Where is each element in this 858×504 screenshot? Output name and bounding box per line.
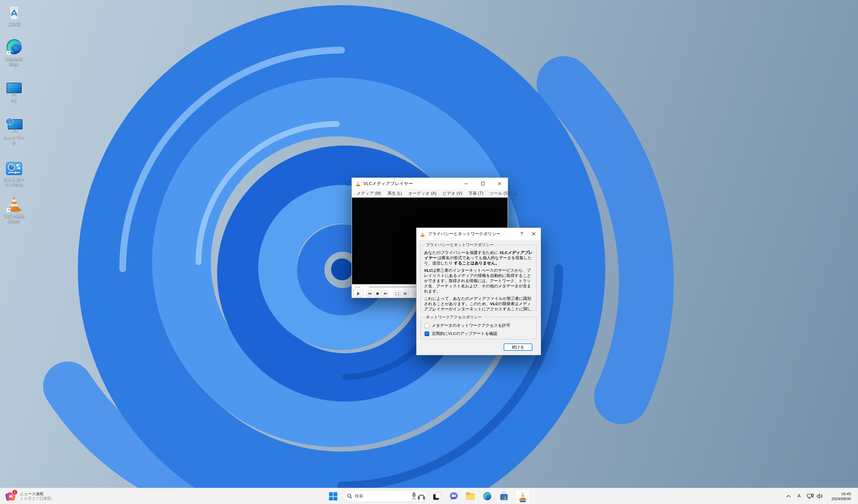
search-highlight-image[interactable]	[409, 491, 425, 501]
vlc-icon	[5, 195, 23, 212]
widget-headline: ニュース速報	[20, 491, 53, 496]
task-view-icon	[433, 492, 442, 501]
desktop-icon-label: ネットワーク	[2, 135, 26, 145]
taskbar: 1 ニュース速報 １０月２７日衆院..	[0, 488, 858, 504]
clock-button[interactable]: 16:45 2024/09/30	[827, 490, 855, 502]
vlc-cone-icon	[518, 491, 527, 501]
close-icon[interactable]	[491, 178, 508, 189]
desktop-icon-label: Microsoft Edge	[2, 56, 26, 67]
recycle-bin-icon	[7, 3, 21, 20]
maximize-icon[interactable]	[474, 178, 491, 189]
search-icon	[347, 493, 352, 499]
desktop-icon-label: ごみ箱	[2, 22, 26, 27]
speaker-icon	[816, 493, 823, 499]
previous-button[interactable]	[366, 290, 373, 297]
menu-overflow-chevron[interactable]: »	[512, 191, 518, 196]
widget-subline: １０月２７日衆院..	[20, 496, 53, 501]
metadata-access-row: メタデータのネットワークアクセスを許可	[425, 323, 533, 328]
vlc-cone-icon	[420, 231, 425, 237]
metadata-access-label: メタデータのネットワークアクセスを許可	[432, 323, 510, 328]
menu-playback[interactable]: 再生 (L)	[385, 190, 405, 197]
chat-button[interactable]	[449, 490, 459, 502]
tray-overflow-button[interactable]	[783, 490, 794, 502]
control-panel-icon	[6, 159, 22, 176]
menu-video[interactable]: ビデオ (V)	[440, 190, 465, 197]
equalizer-button[interactable]	[401, 290, 409, 297]
continue-button[interactable]: 続ける	[504, 343, 533, 351]
desktop-icon-network[interactable]: ネットワーク	[2, 117, 27, 145]
active-app-indicator	[520, 501, 526, 502]
system-tray: A 16:45 2024/09/30	[783, 488, 855, 504]
privacy-paragraph-3: これによって、あなたのメディアファイルが第三者に識別されることがあります。このた…	[424, 296, 533, 311]
fullscreen-button[interactable]	[394, 290, 401, 297]
desktop-icon-vlc[interactable]: VLC media player	[2, 195, 27, 224]
menu-audio[interactable]: オーディオ (A)	[406, 190, 439, 197]
dialog-footer: 続ける	[420, 340, 537, 355]
shortcut-arrow-icon	[6, 51, 11, 55]
desktop-icon-recycle-bin[interactable]: ごみ箱	[2, 3, 27, 27]
chevron-up-icon	[786, 494, 791, 498]
elapsed-time: --:--	[355, 285, 366, 289]
ime-mode-button[interactable]: A	[795, 490, 803, 502]
tray-date: 2024/09/30	[831, 496, 851, 501]
windows-logo-icon	[329, 492, 338, 501]
privacy-paragraph-2: VLCは第三者のインターネットベースのサービスから、プレイリストにあるメディアの…	[424, 268, 533, 294]
next-button[interactable]	[382, 290, 389, 297]
privacy-paragraph-1: あなたのプライバシーを保護するために VLCメディアプレイヤー は匿名の形式であ…	[424, 250, 533, 266]
store-icon	[499, 491, 509, 501]
pc-icon	[6, 80, 22, 97]
close-icon[interactable]	[528, 228, 540, 240]
widgets-news-icon: 1	[5, 490, 17, 502]
dialog-title: プライバシーとネットワークポリシー	[428, 231, 500, 237]
store-button[interactable]	[499, 490, 509, 502]
widgets-button[interactable]: 1 ニュース速報 １０月２７日衆院..	[3, 488, 56, 504]
shortcut-arrow-icon	[6, 208, 11, 212]
privacy-policy-group-title: プライバシーとネットワークポリシー	[425, 243, 495, 247]
tray-time: 16:45	[831, 491, 851, 496]
chat-icon	[449, 491, 459, 501]
search-input[interactable]	[355, 494, 409, 499]
network-volume-button[interactable]	[805, 490, 825, 502]
search-box[interactable]	[343, 490, 427, 502]
network-access-group: ネットワークアクセスポリシー メタデータのネットワークアクセスを許可 定期的にV…	[420, 315, 537, 339]
stop-button[interactable]	[374, 290, 381, 297]
vlc-window-title: VLCメディアプレイヤー	[364, 181, 413, 186]
menu-subtitle[interactable]: 字幕 (T)	[465, 190, 486, 197]
desktop-icon-pc[interactable]: PC	[2, 80, 27, 103]
start-button[interactable]	[328, 490, 338, 502]
network-access-group-title: ネットワークアクセスポリシー	[425, 315, 483, 320]
help-button[interactable]: ?	[516, 228, 528, 240]
desktop: ごみ箱 Microsoft Edge PC	[0, 0, 858, 504]
notification-badge: 1	[12, 489, 18, 495]
update-check-label: 定期的にVLCのアップデートを確認	[432, 331, 497, 337]
menu-media[interactable]: メディア (M)	[354, 190, 384, 197]
edge-icon	[5, 38, 23, 55]
dialog-titlebar[interactable]: プライバシーとネットワークポリシー ?	[416, 228, 541, 240]
edge-icon	[482, 491, 492, 501]
file-explorer-icon	[465, 492, 476, 501]
privacy-dialog: プライバシーとネットワークポリシー ? プライバシーとネットワークポリシー あな…	[416, 228, 541, 355]
ime-mode-label: A	[797, 493, 800, 499]
dialog-body: プライバシーとネットワークポリシー あなたのプライバシーを保護するために VLC…	[416, 240, 541, 355]
desktop-icon-label: VLC media player	[2, 214, 26, 224]
menu-tools[interactable]: ツール (S)	[487, 190, 512, 197]
taskbar-center	[328, 488, 530, 504]
privacy-policy-group: プライバシーとネットワークポリシー あなたのプライバシーを保護するために VLC…	[420, 243, 537, 311]
vlc-titlebar[interactable]: VLCメディアプレイヤー	[352, 178, 508, 189]
network-icon	[807, 493, 814, 499]
file-explorer-button[interactable]	[465, 490, 476, 502]
minimize-icon[interactable]	[458, 178, 474, 189]
task-view-button[interactable]	[432, 490, 442, 502]
update-check-checkbox[interactable]	[425, 331, 429, 336]
network-icon	[5, 117, 23, 134]
update-check-row: 定期的にVLCのアップデートを確認	[425, 331, 533, 337]
desktop-icon-control-panel[interactable]: コントロール パネル	[2, 159, 27, 187]
desktop-icon-label: PC	[2, 98, 26, 103]
play-button[interactable]	[353, 290, 363, 297]
metadata-access-checkbox[interactable]	[425, 323, 429, 328]
desktop-icon-edge[interactable]: Microsoft Edge	[2, 38, 27, 67]
desktop-icon-label: コントロール パネル	[2, 177, 26, 187]
vlc-taskbar-button[interactable]	[515, 489, 530, 503]
edge-button[interactable]	[482, 490, 492, 502]
vlc-menubar: メディア (M) 再生 (L) オーディオ (A) ビデオ (V) 字幕 (T)…	[352, 189, 508, 198]
